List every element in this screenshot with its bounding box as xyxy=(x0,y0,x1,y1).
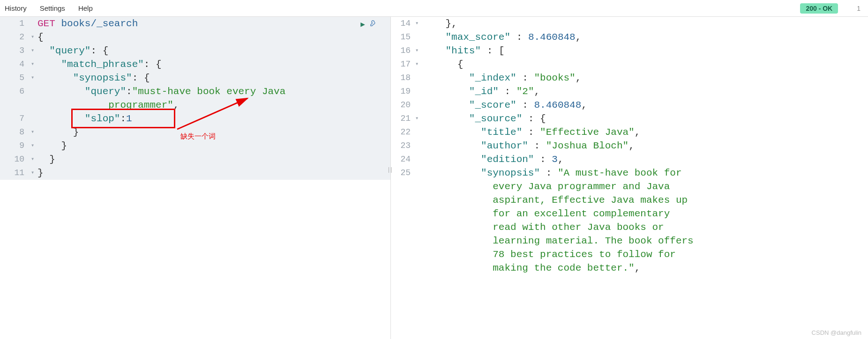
menubar: History Settings Help 200 - OK 1 xyxy=(0,0,868,17)
code-content[interactable]: } xyxy=(37,166,390,180)
line-number: 6 xyxy=(0,85,31,98)
line-number: 24 xyxy=(391,153,415,166)
code-content[interactable]: { xyxy=(37,30,390,44)
line-number: 1 xyxy=(0,17,31,30)
line-number: 23 xyxy=(391,139,415,153)
code-content[interactable]: GET books/_search xyxy=(37,17,390,30)
code-content: for an excellent complementary xyxy=(422,207,868,221)
menu-settings[interactable]: Settings xyxy=(40,4,65,12)
code-content: "edition" : 3, xyxy=(422,153,868,166)
code-content: learning material. The book offers xyxy=(422,234,868,248)
watermark: CSDN @dangfulin xyxy=(812,329,861,336)
code-content[interactable]: "slop":1 xyxy=(37,112,390,125)
fold-icon[interactable]: ▾ xyxy=(31,139,37,153)
wrench-icon[interactable] xyxy=(370,20,377,29)
menu-history[interactable]: History xyxy=(5,4,27,12)
menu-help[interactable]: Help xyxy=(78,4,93,12)
line-number: 22 xyxy=(391,125,415,139)
code-content: "hits" : [ xyxy=(422,44,868,58)
code-content: { xyxy=(422,58,868,71)
code-content: "_source" : { xyxy=(422,112,868,125)
status-badge: 200 - OK xyxy=(800,3,838,14)
code-content: "synopsis" : "A must-have book for xyxy=(422,166,868,180)
code-content: "_index" : "books", xyxy=(422,71,868,85)
code-content: 78 best practices to follow for xyxy=(422,248,868,261)
code-content[interactable]: "synopsis": { xyxy=(37,71,390,85)
fold-icon[interactable]: ▾ xyxy=(415,58,422,71)
fold-icon[interactable]: ▾ xyxy=(31,30,37,44)
line-number: 5 xyxy=(0,71,31,85)
code-content: "_score" : 8.460848, xyxy=(422,98,868,112)
fold-icon[interactable]: ▾ xyxy=(31,71,37,85)
editor-actions: ▶ xyxy=(360,20,377,29)
line-number: 14 xyxy=(391,17,415,30)
line-number: 25 xyxy=(391,166,415,180)
code-content: "title" : "Effective Java", xyxy=(422,125,868,139)
fold-icon[interactable]: ▾ xyxy=(415,44,422,58)
line-number: 7 xyxy=(0,112,31,125)
code-content: making the code better.", xyxy=(422,261,868,275)
code-content[interactable]: "query":"must-have book every Java xyxy=(37,85,390,98)
run-icon[interactable]: ▶ xyxy=(360,20,365,29)
line-number: 11 xyxy=(0,166,31,180)
line-number: 21 xyxy=(391,112,415,125)
fold-icon[interactable]: ▾ xyxy=(31,125,37,139)
code-content: "author" : "Joshua Bloch", xyxy=(422,139,868,153)
fold-icon[interactable]: ▾ xyxy=(31,153,37,166)
code-content: every Java programmer and Java xyxy=(422,180,868,193)
code-content[interactable]: "match_phrase": { xyxy=(37,58,390,71)
line-number: 20 xyxy=(391,98,415,112)
line-number: 3 xyxy=(0,44,31,58)
status-extra: 1 xyxy=(854,3,863,14)
fold-icon[interactable]: ▾ xyxy=(31,44,37,58)
request-editor[interactable]: ▶ 1 GET books/_search 2 ▾ { 3 ▾ "query":… xyxy=(0,17,391,339)
code-content[interactable]: } xyxy=(37,139,390,153)
response-viewer[interactable]: 14▾ }, 15 "max_score" : 8.460848, 16▾ "h… xyxy=(391,17,868,339)
code-content[interactable]: "query": { xyxy=(37,44,390,58)
line-number: 10 xyxy=(0,153,31,166)
line-number: 17 xyxy=(391,58,415,71)
code-content: aspirant, Effective Java makes up xyxy=(422,193,868,207)
line-number: 16 xyxy=(391,44,415,58)
code-content: "_id" : "2", xyxy=(422,85,868,98)
code-content: }, xyxy=(422,17,868,30)
line-number: 9 xyxy=(0,139,31,153)
fold-icon[interactable]: ▾ xyxy=(415,112,422,125)
line-number: 15 xyxy=(391,30,415,44)
code-content: read with other Java books or xyxy=(422,221,868,234)
annotation-label: 缺失一个词 xyxy=(180,132,216,141)
line-number: 19 xyxy=(391,85,415,98)
code-content[interactable]: } xyxy=(37,153,390,166)
fold-icon[interactable]: ▾ xyxy=(415,17,422,30)
line-number: 18 xyxy=(391,71,415,85)
code-content: "max_score" : 8.460848, xyxy=(422,30,868,44)
line-number: 4 xyxy=(0,58,31,71)
line-number: 8 xyxy=(0,125,31,139)
line-number: 2 xyxy=(0,30,31,44)
fold-icon[interactable]: ▾ xyxy=(31,166,37,180)
fold-icon[interactable]: ▾ xyxy=(31,58,37,71)
code-content[interactable]: programmer", xyxy=(37,98,390,112)
